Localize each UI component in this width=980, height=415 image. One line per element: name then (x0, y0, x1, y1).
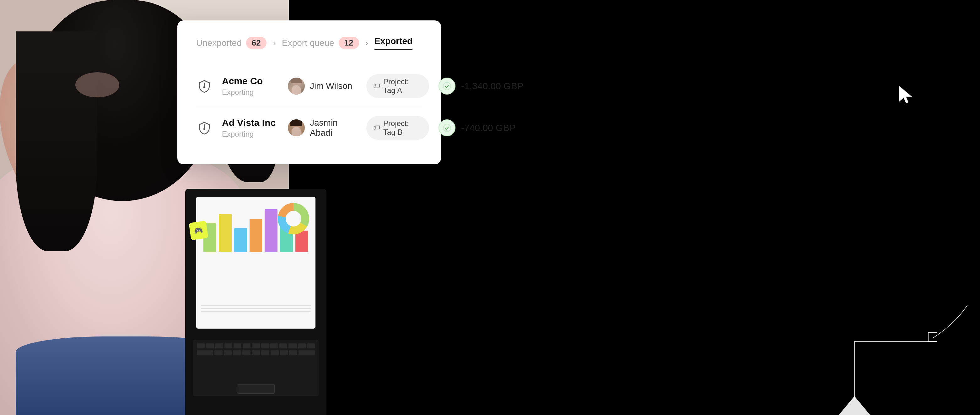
person-name-jim: Jim Wilson (310, 81, 352, 91)
shield-icon-acme (196, 78, 213, 94)
shield-icon-advista (196, 120, 213, 136)
step-exported-label: Exported (374, 36, 412, 49)
svg-rect-5 (928, 333, 937, 342)
table-row[interactable]: Ad Vista Inc Exporting Jasmin Abadi 🏷 Pr… (196, 107, 422, 148)
hair-cascade (16, 32, 97, 251)
shield-svg-acme (198, 80, 211, 93)
person-info-jim: Jim Wilson (288, 78, 357, 94)
tag-badge-advista[interactable]: 🏷 Project: Tag B (366, 116, 429, 140)
check-icon-advista (439, 120, 455, 136)
tag-label-advista: Project: Tag B (383, 119, 422, 137)
step-export-queue[interactable]: Export queue 12 (282, 37, 359, 49)
shield-svg-advista (198, 121, 211, 134)
step-unexported-badge: 62 (246, 37, 267, 49)
laptop-keyboard (193, 340, 318, 396)
step-unexported[interactable]: Unexported 62 (196, 37, 267, 49)
laptop-screen (196, 197, 315, 329)
tag-badge-acme[interactable]: 🏷 Project: Tag A (366, 74, 429, 98)
company-name-advista: Ad Vista Inc (222, 117, 278, 128)
company-info-acme: Acme Co Exporting (222, 75, 278, 97)
tag-icon-acme: 🏷 (373, 82, 380, 90)
laptop-sticker: 🎮 (189, 220, 208, 240)
data-rows-container: Acme Co Exporting Jim Wilson 🏷 Project: … (196, 65, 422, 148)
step-unexported-label: Unexported (196, 38, 242, 48)
company-name-acme: Acme Co (222, 75, 278, 87)
steps-row: Unexported 62 › Export queue 12 › Export… (196, 36, 422, 49)
svg-point-1 (443, 82, 451, 90)
face-highlight (75, 72, 119, 97)
svg-point-3 (443, 124, 451, 132)
arrow-1: › (273, 38, 275, 48)
tag-label-acme: Project: Tag A (383, 77, 422, 95)
table-row[interactable]: Acme Co Exporting Jim Wilson 🏷 Project: … (196, 65, 422, 107)
svg-point-0 (204, 87, 205, 88)
step-exported[interactable]: Exported (374, 36, 412, 49)
amount-text-advista: -740.00 GBP (461, 123, 515, 133)
amount-area-acme: -1,340.00 GBP (439, 78, 523, 94)
company-status-acme: Exporting (222, 88, 278, 97)
company-status-advista: Exporting (222, 130, 278, 139)
check-icon-acme (439, 78, 455, 94)
laptop-area (185, 189, 326, 415)
company-info-advista: Ad Vista Inc Exporting (222, 117, 278, 139)
main-card: Unexported 62 › Export queue 12 › Export… (177, 21, 441, 164)
decorative-shape (792, 274, 980, 415)
avatar-jasmin (288, 120, 305, 136)
step-export-queue-badge: 12 (339, 37, 359, 49)
step-export-queue-label: Export queue (282, 38, 334, 48)
arrow-2: › (365, 38, 368, 48)
svg-point-2 (204, 128, 205, 129)
svg-marker-4 (839, 396, 870, 415)
person-name-jasmin: Jasmin Abadi (310, 118, 357, 138)
amount-text-acme: -1,340.00 GBP (461, 81, 523, 91)
cursor-icon (897, 85, 914, 107)
avatar-jim (288, 78, 305, 94)
person-info-jasmin: Jasmin Abadi (288, 118, 357, 138)
amount-area-advista: -740.00 GBP (439, 120, 515, 136)
tag-icon-advista: 🏷 (373, 124, 380, 132)
